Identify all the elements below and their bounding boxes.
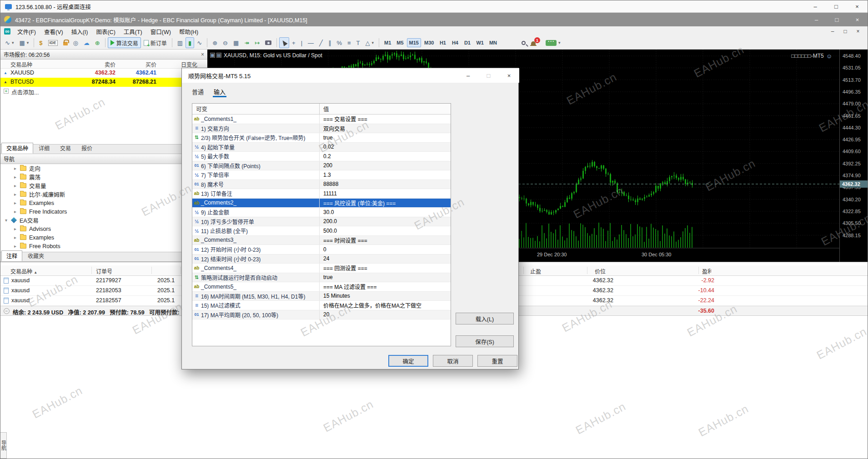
param-row[interactable]: ab_Comments3_=== 时间设置 ===: [192, 236, 451, 245]
fibonacci-button[interactable]: %: [334, 37, 345, 48]
param-value[interactable]: === 交易设置 ===: [320, 115, 451, 123]
algo-trading-button[interactable]: 算法交易: [108, 37, 141, 48]
column-separator[interactable]: [91, 267, 92, 274]
expand-arrow-icon[interactable]: ▸: [14, 166, 20, 171]
ok-button[interactable]: 确定: [388, 355, 428, 367]
timeframe-M1[interactable]: M1: [382, 38, 393, 47]
tab-报价[interactable]: 报价: [76, 143, 97, 154]
notifications-button[interactable]: 1: [528, 37, 543, 48]
nav-item[interactable]: ▸走向: [0, 164, 207, 173]
nav-item[interactable]: ▸比尔·威廉姆斯: [0, 190, 207, 199]
nav-item[interactable]: ▸Examples: [0, 233, 207, 242]
param-row[interactable]: ab_Comments1_=== 交易设置 ===: [192, 115, 451, 124]
param-value[interactable]: === 时间设置 ===: [320, 236, 451, 244]
channel-button[interactable]: ∥: [326, 37, 334, 48]
mt5-close-button[interactable]: ×: [847, 13, 868, 26]
param-value[interactable]: === 风控设置 (单位:美金) ===: [320, 199, 451, 207]
nav-item[interactable]: ▸Free Indicators: [0, 207, 207, 216]
param-value[interactable]: 1.3: [320, 172, 451, 178]
expand-arrow-icon[interactable]: ▸: [14, 200, 20, 205]
new-chart-button[interactable]: ▦▾: [16, 37, 31, 48]
expand-arrow-icon[interactable]: ▸: [14, 209, 20, 214]
column-header-right[interactable]: 盈利: [702, 267, 711, 275]
market-row[interactable]: ▲XAUUSD4362.324362.41: [0, 69, 207, 78]
timeframe-M15[interactable]: M15: [407, 38, 421, 47]
param-row[interactable]: ab_Comments4_=== 回测设置 ===: [192, 264, 451, 273]
market-row[interactable]: ▲BTCUSD87248.3487268.21: [0, 78, 207, 87]
chart-flag-icon[interactable]: ▤: [216, 53, 221, 58]
param-row[interactable]: 018) 魔术号88888: [192, 180, 451, 190]
column-separator[interactable]: [587, 267, 587, 274]
zoom-in-button[interactable]: ⊕: [210, 37, 220, 48]
line-mode-button[interactable]: ∿: [194, 37, 205, 48]
close-button[interactable]: ×: [847, 0, 868, 12]
param-row[interactable]: ⇅2/3) 顺势加仓开关 (False=逆势, True=顺势)true: [192, 133, 451, 143]
expand-arrow-icon[interactable]: ▸: [14, 183, 20, 188]
param-row[interactable]: ½4) 起始下单量0.02: [192, 143, 451, 152]
vps-button[interactable]: ▾: [543, 37, 563, 48]
param-row[interactable]: 016) 下单间隔点数 (Points)200: [192, 161, 451, 171]
param-row[interactable]: ≡16) MA时间周期 (M15, M30, H1, H4, D1等)15 Mi…: [192, 292, 451, 301]
column-header-right[interactable]: 价位: [595, 267, 606, 275]
param-value[interactable]: true: [320, 135, 451, 141]
menu-item[interactable]: 文件(F): [13, 26, 40, 37]
expand-arrow-icon[interactable]: ▸: [14, 226, 20, 231]
param-value[interactable]: 200.0: [320, 218, 451, 225]
column-header-variable[interactable]: 可变: [192, 104, 320, 114]
collapse-arrow-icon[interactable]: ▾: [5, 218, 11, 223]
cursor-button[interactable]: [279, 37, 289, 48]
param-row[interactable]: ½10) 浮亏多少暂停开单200.0: [192, 217, 451, 227]
column-separator[interactable]: [523, 267, 524, 274]
dialog-minimize-button[interactable]: –: [458, 68, 478, 83]
screenshot-button[interactable]: [262, 37, 274, 48]
mt5-restore-button[interactable]: □: [827, 13, 847, 26]
chart-shift-button[interactable]: ↦: [252, 37, 262, 48]
param-value[interactable]: 15 Minutes: [320, 293, 451, 299]
bar-chart-mode-button[interactable]: ▥: [175, 37, 186, 48]
menu-item[interactable]: 窗口(W): [146, 26, 175, 37]
param-value[interactable]: 价格在MA之上做多，价格在MA之下做空: [320, 301, 451, 309]
signals-button[interactable]: ◎: [70, 37, 81, 48]
param-row[interactable]: ⇅策略测试器运行时是否自动启动true: [192, 273, 451, 283]
param-row[interactable]: ½9) 止盈金额30.0: [192, 208, 451, 217]
collapse-circle-icon[interactable]: −: [4, 308, 10, 314]
text-tool-button[interactable]: T: [354, 37, 363, 48]
timeframe-W1[interactable]: W1: [474, 38, 486, 47]
dialog-tab-普通[interactable]: 普通: [188, 85, 207, 98]
column-header[interactable]: 买价: [116, 60, 156, 68]
crosshair-button[interactable]: +: [289, 37, 298, 48]
docked-navigator-tab[interactable]: 导航: [0, 432, 7, 459]
dialog-tab-输入[interactable]: 输入: [210, 85, 229, 98]
param-row[interactable]: ab_Comments2_=== 风控设置 (单位:美金) ===: [192, 199, 451, 208]
mdi-restore-button[interactable]: □: [839, 28, 851, 35]
tab-交易品种[interactable]: 交易品种: [1, 143, 33, 154]
tab-详细[interactable]: 详细: [34, 143, 55, 154]
param-row[interactable]: 0117) MA平均周期 (20, 50, 100等)20: [192, 310, 451, 320]
profiles-button[interactable]: $: [36, 37, 45, 48]
column-header-order[interactable]: 订单号: [96, 267, 112, 275]
add-symbol-row[interactable]: + 点击添加...: [0, 87, 207, 96]
param-value[interactable]: 20: [320, 311, 451, 318]
param-row[interactable]: 0112) 结束时间 (小时 0-23)24: [192, 254, 451, 264]
shapes-button[interactable]: △▾: [363, 37, 377, 48]
param-row[interactable]: ½5) 最大手数0.2: [192, 152, 451, 161]
mt5-minimize-button[interactable]: –: [806, 13, 827, 26]
param-value[interactable]: 500.0: [320, 228, 451, 234]
param-row[interactable]: ≡15) MA过滤模式价格在MA之上做多，价格在MA之下做空: [192, 301, 451, 310]
dialog-maximize-button[interactable]: □: [478, 68, 499, 83]
expand-arrow-icon[interactable]: ▸: [14, 235, 20, 240]
param-value[interactable]: === 回测设置 ===: [320, 264, 451, 272]
nav-item[interactable]: ▸Examples: [0, 199, 207, 207]
trendline-button[interactable]: ╱: [316, 37, 326, 48]
menu-item[interactable]: 查看(V): [40, 26, 67, 37]
param-row[interactable]: ½11) 止损总额 (全平)500.0: [192, 226, 451, 236]
nav-item[interactable]: ▸震荡: [0, 173, 207, 181]
menu-item[interactable]: 图表(C): [92, 26, 119, 37]
cancel-button[interactable]: 取消: [433, 355, 473, 367]
expand-arrow-icon[interactable]: ▸: [14, 244, 20, 249]
param-row[interactable]: ½7) 下单倍率1.3: [192, 170, 451, 180]
cloud-button[interactable]: ☁: [81, 37, 92, 48]
lock-button[interactable]: [60, 37, 70, 48]
param-row[interactable]: 0112) 开始时间 (小时 0-23)0: [192, 245, 451, 254]
menu-item[interactable]: 工具(T): [120, 26, 146, 37]
